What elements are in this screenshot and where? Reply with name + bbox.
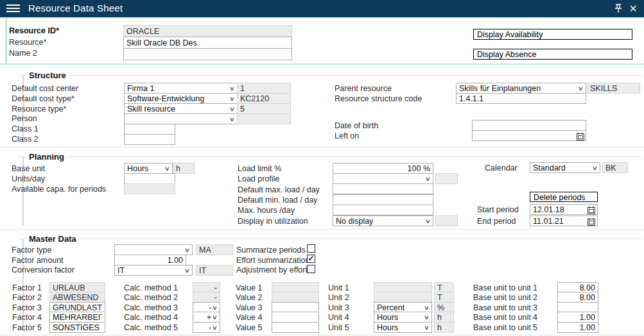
base-unit-to-unit-label: Base unit to unit 1 bbox=[473, 283, 537, 292]
unit-label: Unit 2 bbox=[328, 293, 349, 302]
structure-code-field[interactable] bbox=[456, 93, 586, 104]
unit-dropdown[interactable]: Hours ∨ bbox=[374, 312, 432, 323]
factor-amount-field[interactable] bbox=[114, 255, 186, 265]
left-on-label: Left on bbox=[335, 131, 359, 140]
available-capa-field bbox=[124, 183, 175, 194]
chevron-down-icon: ∨ bbox=[212, 303, 218, 312]
pin-icon[interactable] bbox=[613, 3, 623, 14]
calendar-code-field bbox=[602, 162, 628, 173]
adjustment-by-effort-label: Adjustment by effort bbox=[236, 265, 308, 274]
factor-field[interactable] bbox=[49, 322, 105, 333]
calc-method-dropdown[interactable]: - ∨ bbox=[193, 322, 220, 333]
base-unit-to-unit-field[interactable] bbox=[557, 312, 598, 323]
value-label: Value 1 bbox=[236, 283, 262, 292]
base-unit-dropdown[interactable]: Hours ∨ bbox=[124, 163, 173, 174]
value-label: Value 3 bbox=[236, 303, 262, 312]
chevron-down-icon: ∨ bbox=[212, 323, 218, 332]
base-unit-to-unit-field[interactable] bbox=[557, 322, 598, 333]
factor-type-dropdown[interactable]: ∨ bbox=[114, 244, 193, 255]
menu-icon[interactable] bbox=[6, 4, 20, 13]
available-capa-label: Available capa. for periods bbox=[12, 185, 106, 194]
chevron-down-icon: ∨ bbox=[424, 313, 430, 322]
load-profile-label: Load profile bbox=[238, 174, 279, 183]
person-dropdown[interactable]: ∨ bbox=[124, 113, 238, 124]
chevron-down-icon: ∨ bbox=[229, 84, 235, 93]
summarize-periods-checkbox[interactable] bbox=[307, 244, 315, 253]
load-limit-field[interactable] bbox=[333, 163, 433, 174]
left-on-field[interactable] bbox=[472, 130, 586, 141]
units-day-field[interactable] bbox=[124, 173, 175, 184]
value-field[interactable] bbox=[272, 312, 319, 323]
title-bar: Resource Data Sheet × bbox=[0, 0, 644, 17]
calendar-icon[interactable] bbox=[587, 205, 595, 214]
calc-method-dropdown[interactable]: + ∨ bbox=[193, 312, 220, 323]
display-in-utilization-code-field bbox=[435, 215, 458, 226]
header-bottom-border bbox=[0, 63, 644, 65]
chevron-down-icon: ∨ bbox=[212, 313, 218, 322]
default-min-load-label: Default min. load / day bbox=[238, 196, 317, 205]
name2-label: Name 2 bbox=[9, 49, 37, 58]
value-label: Value 2 bbox=[236, 293, 262, 302]
resource-label: Resource* bbox=[9, 38, 46, 47]
unit-dropdown[interactable]: Hours ∨ bbox=[374, 322, 432, 333]
class1-field[interactable] bbox=[124, 124, 175, 135]
factor-row-label: Factor 2 bbox=[12, 293, 42, 302]
parent-resource-dropdown[interactable]: Skills für Einplanungen ∨ bbox=[456, 83, 586, 94]
max-hours-day-field[interactable] bbox=[333, 205, 433, 215]
factor-field[interactable] bbox=[49, 312, 105, 323]
calendar-icon[interactable] bbox=[577, 131, 584, 140]
display-in-utilization-dropdown[interactable]: No display ∨ bbox=[333, 215, 433, 226]
adjustment-by-effort-checkbox[interactable] bbox=[307, 265, 315, 273]
summarize-periods-label: Summarize periods bbox=[236, 246, 306, 255]
base-unit-to-unit-label: Base unit to unit 4 bbox=[473, 313, 537, 322]
calendar-dropdown[interactable]: Standard ∨ bbox=[530, 162, 600, 173]
base-unit-to-unit-field[interactable] bbox=[557, 292, 598, 303]
unit-code-field bbox=[434, 312, 454, 323]
value-field[interactable] bbox=[272, 322, 319, 333]
factor-field bbox=[49, 292, 105, 303]
effort-summarization-checkbox[interactable]: ✓ bbox=[307, 255, 315, 263]
display-absence-button[interactable]: Display Absence bbox=[473, 49, 632, 60]
factor-row-label: Factor 1 bbox=[12, 283, 42, 292]
default-max-load-field[interactable] bbox=[333, 183, 433, 194]
check-icon: ✓ bbox=[308, 254, 314, 263]
cost-center-label: Default cost center bbox=[12, 84, 78, 93]
resource-type-dropdown[interactable]: Skill resource ∨ bbox=[124, 103, 238, 114]
class2-label: Class 2 bbox=[12, 135, 39, 144]
unit-label: Unit 4 bbox=[328, 313, 349, 322]
default-min-load-field[interactable] bbox=[333, 194, 433, 205]
resource-data-sheet-window: Resource Data Sheet × Resource ID* Resou… bbox=[0, 0, 644, 336]
resource-name-field[interactable] bbox=[123, 37, 292, 49]
conversion-factor-dropdown[interactable]: IT ∨ bbox=[114, 265, 193, 276]
chevron-down-icon: ∨ bbox=[578, 84, 584, 93]
close-icon[interactable]: × bbox=[627, 0, 639, 17]
window-title: Resource Data Sheet bbox=[28, 3, 123, 13]
parent-resource-code-field bbox=[587, 83, 640, 94]
display-in-utilization-label: Display in utilization bbox=[238, 217, 308, 226]
header-accent-bar bbox=[5, 19, 7, 63]
date-of-birth-field[interactable] bbox=[472, 120, 586, 131]
structure-frame-line bbox=[19, 75, 642, 76]
display-availability-button[interactable]: Display Availability bbox=[473, 29, 632, 40]
chevron-down-icon: ∨ bbox=[424, 303, 430, 312]
chevron-down-icon: ∨ bbox=[229, 94, 235, 103]
cost-type-dropdown[interactable]: Software-Entwicklung ∨ bbox=[124, 93, 238, 104]
chevron-down-icon: ∨ bbox=[425, 174, 431, 183]
name2-field[interactable] bbox=[123, 48, 292, 60]
base-unit-to-unit-label: Base unit to unit 3 bbox=[473, 303, 537, 312]
chevron-down-icon: ∨ bbox=[425, 217, 431, 226]
person-code-field bbox=[237, 113, 291, 124]
cost-center-dropdown[interactable]: Firma 1 ∨ bbox=[124, 83, 238, 94]
calendar-icon[interactable] bbox=[587, 217, 595, 225]
calc-method-label: Calc. method 5 bbox=[124, 323, 178, 332]
structure-code-label: Resource structure code bbox=[335, 94, 422, 103]
load-profile-dropdown[interactable]: ∨ bbox=[333, 173, 433, 184]
person-label: Person bbox=[12, 114, 37, 123]
resource-id-field bbox=[123, 25, 292, 37]
delete-periods-button[interactable]: Delete periods bbox=[530, 192, 598, 202]
units-day-label: Units/day bbox=[12, 174, 45, 183]
class2-field[interactable] bbox=[124, 134, 175, 145]
parent-resource-label: Parent resource bbox=[335, 84, 392, 93]
header-top-border bbox=[0, 18, 644, 19]
base-unit-label: Base unit bbox=[12, 164, 45, 173]
